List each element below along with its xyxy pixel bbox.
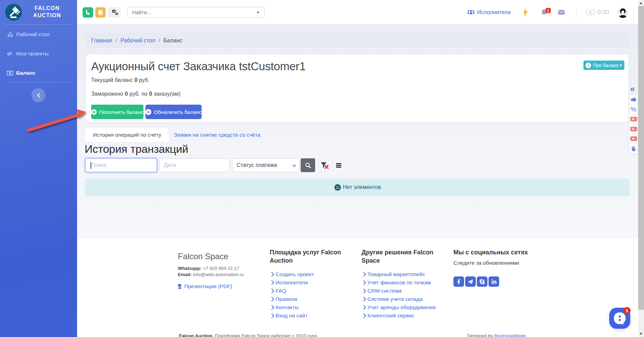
svg-text:PDF: PDF <box>178 286 182 288</box>
svg-text:0: 0 <box>590 11 591 13</box>
svg-text:0: 0 <box>9 72 11 74</box>
